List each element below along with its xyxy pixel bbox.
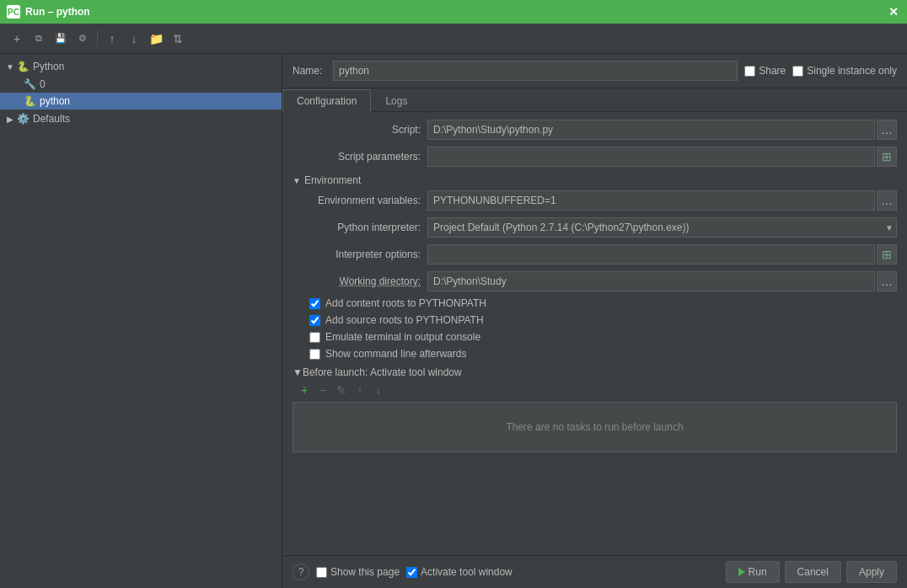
before-launch-up-button[interactable]: ↑ (352, 382, 368, 398)
run-button[interactable]: Run (726, 561, 780, 583)
tree-item-defaults[interactable]: ▶ ⚙️ Defaults (0, 110, 282, 128)
before-launch-header: ▼ Before launch: Activate tool window (292, 366, 897, 378)
name-input[interactable] (333, 61, 738, 81)
env-vars-input-wrapper: … (427, 190, 897, 211)
python-interpreter-row: Python interpreter: Project Default (Pyt… (292, 216, 897, 238)
script-input[interactable] (427, 120, 875, 140)
toolbar-separator-1 (97, 31, 98, 46)
working-dir-row: Working directory: … (292, 270, 897, 292)
before-launch-down-button[interactable]: ↓ (370, 382, 387, 398)
close-button[interactable]: ✕ (887, 5, 900, 19)
script-browse-button[interactable]: … (877, 120, 897, 140)
activate-tool-window-label[interactable]: Activate tool window (406, 566, 513, 578)
save-config-button[interactable]: 💾 (51, 29, 71, 49)
single-instance-checkbox[interactable] (792, 66, 803, 77)
title-bar: PC Run – python ✕ (0, 0, 907, 24)
add-source-roots-checkbox[interactable] (309, 315, 320, 326)
add-source-roots-label: Add source roots to PYTHONPATH (325, 314, 484, 326)
activate-tool-window-checkbox[interactable] (406, 567, 417, 578)
script-label: Script: (292, 124, 427, 136)
app-icon: PC (7, 5, 20, 19)
toolbar: + ⧉ 💾 ⚙ ↑ ↓ 📁 ⇅ (0, 24, 907, 54)
python-interpreter-select[interactable]: Project Default (Python 2.7.14 (C:\Pytho… (427, 217, 897, 238)
tab-configuration[interactable]: Configuration (282, 89, 371, 112)
name-bar: Name: Share Single instance only (282, 54, 907, 88)
before-launch-area: There are no tasks to run before launch (292, 402, 897, 452)
script-params-input-wrapper: ⊞ (427, 147, 897, 167)
folder-button[interactable]: 📁 (146, 29, 166, 49)
single-instance-checkbox-label[interactable]: Single instance only (792, 65, 897, 77)
working-dir-browse-button[interactable]: … (877, 271, 897, 291)
share-checkbox-label[interactable]: Share (744, 65, 786, 77)
environment-arrow[interactable]: ▼ (292, 176, 301, 185)
copy-config-button[interactable]: ⧉ (29, 29, 49, 49)
bottom-right: Run Cancel Apply (726, 561, 897, 583)
interpreter-options-row: Interpreter options: ⊞ (292, 243, 897, 265)
emulate-terminal-checkbox[interactable] (309, 332, 320, 343)
show-this-page-checkbox[interactable] (316, 567, 327, 578)
tree-arrow-python[interactable]: ▼ (3, 60, 17, 73)
before-launch-edit-button[interactable]: ✎ (333, 382, 350, 398)
show-cmdline-label: Show command line afterwards (325, 348, 466, 360)
add-content-roots-checkbox[interactable] (309, 298, 320, 309)
tree-arrow-defaults[interactable]: ▶ (3, 112, 17, 126)
move-up-button[interactable]: ↑ (102, 29, 122, 49)
checkbox-emulate-terminal: Emulate terminal in output console (292, 331, 897, 343)
interpreter-options-label: Interpreter options: (292, 249, 427, 260)
activate-tool-window-text: Activate tool window (421, 566, 513, 578)
single-instance-label: Single instance only (807, 65, 897, 77)
show-this-page-label[interactable]: Show this page (316, 566, 400, 578)
cancel-label: Cancel (797, 566, 829, 578)
bottom-bar: ? Show this page Activate tool window Ru… (282, 555, 907, 588)
environment-label: Environment (304, 174, 361, 186)
apply-button[interactable]: Apply (846, 561, 897, 583)
working-dir-label: Working directory: (292, 275, 427, 287)
python-interpreter-wrapper: Project Default (Python 2.7.14 (C:\Pytho… (427, 217, 897, 238)
before-launch-toolbar: + − ✎ ↑ ↓ (292, 382, 897, 398)
interpreter-options-expand-button[interactable]: ⊞ (877, 244, 897, 265)
cancel-button[interactable]: Cancel (785, 561, 841, 583)
before-launch-remove-button[interactable]: − (314, 382, 331, 398)
env-vars-label: Environment variables: (292, 195, 427, 206)
name-label: Name: (292, 65, 326, 77)
script-input-wrapper: … (427, 120, 897, 140)
left-panel: ▼ 🐍 Python 🔧 0 🐍 python ▶ ⚙️ Defaults (0, 54, 282, 588)
bottom-left: ? Show this page Activate tool window (292, 564, 719, 580)
add-content-roots-label: Add content roots to PYTHONPATH (325, 297, 486, 309)
checkbox-content-roots: Add content roots to PYTHONPATH (292, 297, 897, 309)
show-cmdline-checkbox[interactable] (309, 349, 320, 360)
title-text: Run – python (25, 6, 887, 18)
help-button[interactable]: ? (292, 564, 309, 580)
interpreter-options-wrapper: ⊞ (427, 244, 897, 265)
python-interpreter-label: Python interpreter: (292, 222, 427, 233)
env-vars-input[interactable] (427, 190, 875, 211)
script-params-row: Script parameters: ⊞ (292, 146, 897, 168)
tab-logs[interactable]: Logs (371, 89, 421, 112)
share-label: Share (759, 65, 786, 77)
tree-item-python[interactable]: 🐍 python (0, 93, 282, 110)
group-config-button[interactable]: ⚙ (72, 29, 93, 49)
script-row: Script: … (292, 119, 897, 141)
working-dir-input[interactable] (427, 271, 875, 291)
env-vars-row: Environment variables: … (292, 190, 897, 211)
sort-button[interactable]: ⇅ (168, 29, 188, 49)
right-panel: Name: Share Single instance only Configu… (282, 54, 907, 588)
move-down-button[interactable]: ↓ (124, 29, 144, 49)
share-checkbox[interactable] (744, 66, 755, 77)
config-content: Script: … Script parameters: ⊞ ▼ Environ… (282, 112, 907, 555)
tree-item-0[interactable]: 🔧 0 (0, 76, 282, 93)
apply-label: Apply (859, 566, 884, 578)
env-vars-browse-button[interactable]: … (877, 190, 897, 211)
python-interpreter-select-wrapper: Project Default (Python 2.7.14 (C:\Pytho… (427, 217, 897, 238)
main-layout: ▼ 🐍 Python 🔧 0 🐍 python ▶ ⚙️ Defaults Na… (0, 54, 907, 588)
script-params-input[interactable] (427, 147, 875, 167)
script-params-expand-button[interactable]: ⊞ (877, 147, 897, 167)
before-launch-arrow[interactable]: ▼ (292, 366, 303, 378)
show-this-page-text: Show this page (330, 566, 400, 578)
environment-section-header: ▼ Environment (292, 174, 897, 186)
add-config-button[interactable]: + (7, 29, 27, 49)
script-params-label: Script parameters: (292, 151, 427, 163)
interpreter-options-input[interactable] (427, 244, 875, 265)
before-launch-add-button[interactable]: + (296, 382, 313, 398)
tree-item-python-group[interactable]: ▼ 🐍 Python (0, 57, 282, 76)
